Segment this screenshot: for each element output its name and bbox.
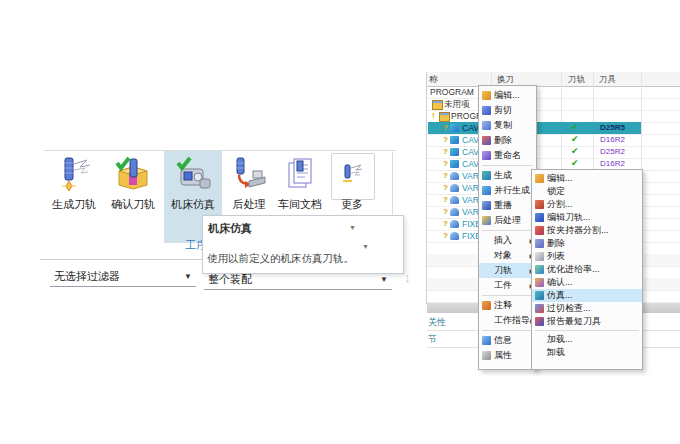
toolpath-submenu-item[interactable]: 确认... <box>532 276 642 289</box>
machine-simulation-button[interactable]: 机床仿真 <box>164 152 222 214</box>
mill-operation-icon <box>450 124 459 132</box>
rename-icon <box>482 151 491 160</box>
unposted-status-icon: ? <box>443 123 448 132</box>
menu-item-label: 加载... <box>547 333 640 346</box>
simulate-icon <box>535 291 544 300</box>
unposted-status-icon: ? <box>443 159 448 168</box>
menu-item-label: 过切检查... <box>547 302 640 315</box>
context-menu-item[interactable]: 并行生成 <box>479 183 536 198</box>
unposted-status-icon: ? <box>443 231 448 240</box>
menu-separator <box>482 230 533 231</box>
shop-documentation-icon <box>272 152 328 198</box>
column-header-tool[interactable]: 刀具 <box>599 74 616 86</box>
toolpath-submenu-item[interactable]: 编辑... <box>532 172 642 185</box>
generate-icon <box>482 171 491 180</box>
unposted-status-icon: ? <box>443 147 448 156</box>
context-menu-item[interactable]: 插入▶ <box>479 233 536 248</box>
shop-documentation-button[interactable]: 车间文档 <box>272 152 328 214</box>
parallel-generate-icon <box>482 186 491 195</box>
toolpath-submenu-item[interactable]: 优化进给率... <box>532 263 642 276</box>
snap-point-icon: ↕ <box>404 270 411 285</box>
unposted-status-icon: ? <box>443 171 448 180</box>
operation-context-menu: 编辑...剪切复制删除重命名生成并行生成重播后处理插入▶对象▶刀轨▶工件▶注释工… <box>478 85 537 370</box>
tool-name: D25R5 <box>600 123 625 132</box>
column-header-name[interactable]: 称 <box>429 74 438 86</box>
context-menu-item[interactable]: 刀轨▶ <box>479 263 536 278</box>
menu-item-label: 优化进给率... <box>547 263 640 276</box>
column-header-toolpath[interactable]: 刀轨 <box>568 74 585 86</box>
unposted-status-icon: ? <box>443 195 448 204</box>
copy-icon <box>482 121 491 130</box>
folder-icon <box>439 112 450 122</box>
postprocess-icon <box>226 152 272 198</box>
verify-toolpath-button[interactable]: 确认刀轨 <box>104 152 162 214</box>
selection-scope-value: 整个装配 <box>208 272 252 287</box>
menu-separator <box>482 330 533 331</box>
alert-status-icon: ! <box>432 111 435 120</box>
toolpath-submenu-item[interactable]: 卸载 <box>532 346 642 359</box>
report-shortest-tool-icon <box>535 317 544 326</box>
context-menu-item[interactable]: 对象▶ <box>479 248 536 263</box>
tooltip-description: 使用以前定义的机床仿真刀轨。 <box>207 252 354 266</box>
properties-icon <box>482 351 491 360</box>
postprocess-button[interactable]: 后处理 <box>226 152 272 214</box>
toolpath-submenu-item[interactable]: 分割... <box>532 198 642 211</box>
menu-item-label: 对象 <box>494 249 529 262</box>
tree-row-label: 未用项 <box>444 99 470 109</box>
toolpath-submenu-item[interactable]: 过切检查... <box>532 302 642 315</box>
gouge-check-icon <box>535 304 544 313</box>
menu-item-label: 报告最短刀具 <box>547 315 640 328</box>
more-button[interactable]: 更多 <box>330 152 374 214</box>
tree-row-label: PROGRAM <box>430 87 474 97</box>
context-menu-item[interactable]: 工作指导▶ <box>479 313 536 328</box>
more-dropdown-arrow[interactable]: ▼ <box>349 224 356 231</box>
context-menu-item[interactable]: 注释 <box>479 298 536 313</box>
menu-separator <box>535 330 639 331</box>
menu-item-label: 删除 <box>547 237 640 250</box>
context-menu-item[interactable]: 工件▶ <box>479 278 536 293</box>
context-menu-item[interactable]: 复制 <box>479 118 536 133</box>
context-menu-item[interactable]: 属性 <box>479 348 536 363</box>
optimize-feedrate-icon <box>535 265 544 274</box>
context-menu-item[interactable]: 信息 <box>479 333 536 348</box>
contour-operation-icon <box>450 184 459 192</box>
toolpath-submenu-item[interactable]: 按夹持器分割... <box>532 224 642 237</box>
edit-icon <box>535 174 544 183</box>
toolpath-submenu-item[interactable]: 锁定 <box>532 185 642 198</box>
toolpath-submenu-item[interactable]: 报告最短刀具 <box>532 315 642 328</box>
context-menu-item[interactable]: 删除 <box>479 133 536 148</box>
menu-item-label: 后处理 <box>494 214 534 227</box>
toolpath-submenu-item[interactable]: 仿真... <box>532 289 642 302</box>
navigator-header-row: 称 换刀 刀轨 刀具 <box>427 72 680 87</box>
generate-toolpath-icon <box>46 152 102 198</box>
menu-item-label: 工作指导 <box>494 314 530 327</box>
menu-item-label: 编辑刀轨... <box>547 211 640 224</box>
dependencies-section-header[interactable]: 关性 <box>428 316 446 329</box>
mill-operation-icon <box>450 160 459 168</box>
unposted-status-icon: ? <box>443 183 448 192</box>
postprocess-label: 后处理 <box>226 198 272 211</box>
nx-cam-screen: 生成刀轨 确认刀轨 机床仿真 <box>0 0 680 444</box>
replay-icon <box>482 201 491 210</box>
toolpath-submenu-item[interactable]: 加载... <box>532 333 642 346</box>
postprocess-small-icon <box>482 216 491 225</box>
menu-item-label: 列表 <box>547 250 640 263</box>
selection-filter-dropdown[interactable]: 无选择过滤器 ▼ <box>50 265 196 287</box>
details-section-header[interactable]: 节 <box>428 333 437 346</box>
context-menu-item[interactable]: 重命名 <box>479 148 536 163</box>
menu-item-label: 仿真... <box>547 289 640 302</box>
context-menu-item[interactable]: 编辑... <box>479 88 536 103</box>
divide-icon <box>535 200 544 209</box>
context-menu-item[interactable]: 后处理 <box>479 213 536 228</box>
menu-item-label: 编辑... <box>494 89 534 102</box>
context-menu-item[interactable]: 生成 <box>479 168 536 183</box>
annotation-icon <box>482 301 491 310</box>
toolpath-submenu-item[interactable]: 编辑刀轨... <box>532 211 642 224</box>
folder-icon <box>432 100 443 110</box>
toolpath-submenu-item[interactable]: 删除 <box>532 237 642 250</box>
context-menu-item[interactable]: 剪切 <box>479 103 536 118</box>
context-menu-item[interactable]: 重播 <box>479 198 536 213</box>
toolpath-submenu-item[interactable]: 列表 <box>532 250 642 263</box>
generate-toolpath-button[interactable]: 生成刀轨 <box>46 152 102 214</box>
gallery-dropdown-arrow[interactable]: ▼ <box>362 243 369 250</box>
